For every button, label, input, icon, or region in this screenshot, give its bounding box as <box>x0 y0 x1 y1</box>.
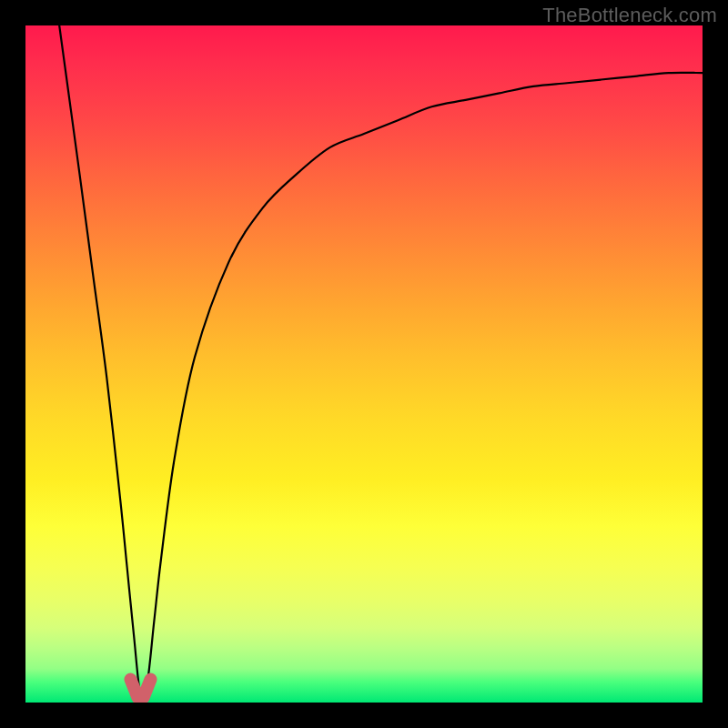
bottleneck-curve <box>59 25 703 699</box>
outer-frame: TheBottleneck.com <box>0 0 728 728</box>
gradient-plot-area <box>25 25 703 703</box>
minimum-marker <box>131 680 151 700</box>
curve-layer <box>25 25 703 703</box>
watermark-text: TheBottleneck.com <box>542 4 717 27</box>
